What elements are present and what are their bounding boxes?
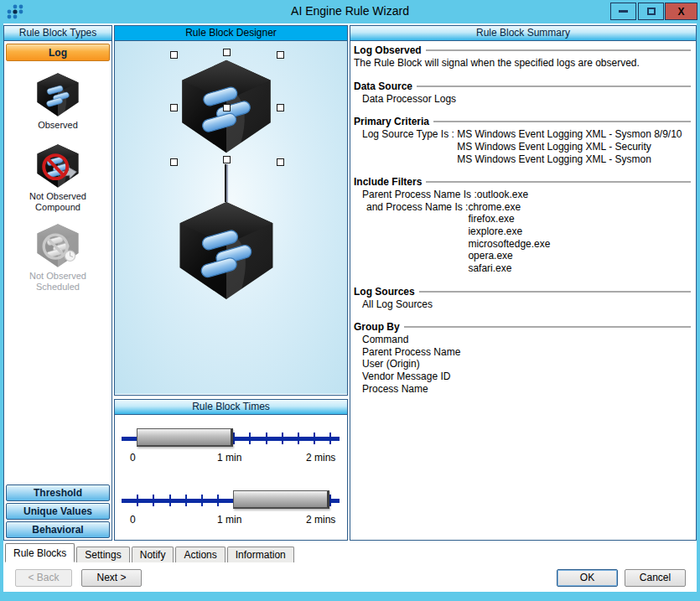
slider-axis-labels: 01 min2 mins [115, 452, 347, 464]
category-button-unique-values[interactable]: Unique Values [6, 503, 110, 520]
summary-section-body: Log Source Type Is : MS Windows Event Lo… [354, 128, 691, 165]
selection-handle[interactable] [223, 104, 231, 111]
criteria-value: MS Windows Event Logging XML - Sysmon [457, 153, 682, 166]
time-slider-1: 01 min2 mins [115, 423, 347, 470]
rule-block-times-header: Rule Block Times [115, 400, 347, 415]
slider-range-handle[interactable] [137, 428, 233, 447]
criteria-values: MS Windows Event Logging XML - Sysmon 8/… [457, 128, 682, 165]
slider-range-handle[interactable] [233, 490, 329, 509]
designer-canvas[interactable] [115, 41, 347, 394]
rule-block-designer-panel: Rule Block Designer [114, 25, 348, 396]
close-icon: X [677, 6, 684, 18]
slider-tick [185, 495, 187, 506]
section-divider [426, 181, 691, 184]
criteria-label: and Process Name Is : [366, 201, 468, 275]
rule-block-types-header: Rule Block Types [4, 26, 111, 41]
slider-label: 1 min [217, 452, 241, 464]
summary-line: Parent Process Name [362, 346, 691, 359]
summary-section-primary-criteria: Primary CriteriaLog Source Type Is : MS … [354, 116, 691, 165]
slider-tick [169, 495, 171, 506]
cube-logs-icon [30, 71, 86, 118]
tab-information[interactable]: Information [227, 547, 294, 562]
summary-line: Command [362, 334, 691, 346]
minimize-button[interactable] [610, 3, 636, 20]
selection-handle[interactable] [170, 51, 178, 59]
next-button[interactable]: Next > [81, 569, 142, 587]
slider-label: 0 [130, 514, 136, 526]
summary-line: Vendor Message ID [362, 370, 691, 383]
slider-tick [137, 495, 138, 506]
criteria-value: MS Windows Event Logging XML - Sysmon 8/… [457, 128, 682, 141]
summary-section-body: Data Processor Logs [354, 93, 691, 106]
tab-rule-blocks[interactable]: Rule Blocks [5, 543, 75, 562]
type-observed-item[interactable]: Observed [4, 71, 111, 131]
summary-section-body: CommandParent Process NameUser (Origin)V… [354, 334, 691, 395]
slider-tick [233, 433, 235, 444]
slider-label: 2 mins [306, 452, 335, 464]
selection-handle[interactable] [277, 104, 284, 111]
slider-label: 0 [130, 452, 136, 464]
log-category-button[interactable]: Log [6, 44, 110, 61]
rule-block-types-panel: Rule Block Types Log Observed Not Observ… [3, 25, 112, 541]
tab-notify[interactable]: Notify [132, 547, 174, 562]
summary-section-body: The Rule Block will signal when the spec… [354, 57, 691, 70]
category-button-behavioral[interactable]: Behavioral [6, 521, 110, 538]
criteria-row: and Process Name Is :chrome.exefirefox.e… [362, 201, 691, 275]
summary-section-title: Log Observed [354, 44, 422, 56]
summary-line: Process Name [362, 383, 691, 396]
category-buttons: ThresholdUnique ValuesBehavioral [6, 483, 110, 538]
type-not-observed-compound-item[interactable]: Not ObservedCompound [4, 142, 111, 213]
summary-section-title: Log Sources [354, 286, 415, 298]
criteria-values: chrome.exefirefox.exeiexplore.exemicroso… [468, 201, 550, 275]
time-slider-2: 01 min2 mins [115, 485, 347, 532]
tab-actions[interactable]: Actions [175, 547, 225, 562]
summary-section-group-by: Group ByCommandParent Process NameUser (… [354, 321, 691, 395]
cube-clock-icon [30, 222, 86, 269]
criteria-row: Log Source Type Is : MS Windows Event Lo… [362, 128, 691, 165]
tab-settings[interactable]: Settings [76, 547, 129, 562]
criteria-values: outlook.exe [477, 189, 528, 201]
section-divider [433, 121, 691, 123]
rule-block-summary-header: Rule Block Summary [350, 26, 696, 41]
selection-handle[interactable] [170, 104, 178, 111]
summary-body: Log ObservedThe Rule Block will signal w… [350, 41, 696, 395]
slider-tick [314, 433, 315, 444]
type-not-observed-compound-label: Not ObservedCompound [4, 191, 111, 213]
slider-tick [217, 495, 219, 506]
times-body: 01 min2 mins01 min2 mins [115, 415, 347, 540]
slider-tick [282, 433, 283, 444]
section-divider [404, 326, 691, 329]
criteria-row: Parent Process Name Is :outlook.exe [362, 189, 691, 201]
summary-line: All Log Sources [362, 298, 691, 311]
minimize-icon [619, 10, 628, 13]
type-observed-label: Observed [4, 120, 111, 131]
selection-handle[interactable] [223, 49, 231, 56]
category-button-threshold[interactable]: Threshold [6, 484, 110, 501]
selection-handle[interactable] [277, 158, 284, 166]
section-divider [417, 85, 691, 88]
criteria-value: opera.exe [468, 250, 550, 262]
summary-line: The Rule Block will signal when the spec… [354, 57, 691, 70]
summary-section-log-observed: Log ObservedThe Rule Block will signal w… [354, 44, 691, 70]
criteria-value: outlook.exe [477, 189, 528, 201]
rule-block-2-cube[interactable] [174, 196, 279, 305]
slider-tick [298, 433, 299, 444]
close-button[interactable]: X [665, 3, 697, 20]
maximize-icon [647, 8, 656, 15]
cancel-button[interactable]: Cancel [625, 569, 686, 587]
window-title: AI Engine Rule Wizard [0, 4, 700, 18]
back-button[interactable]: < Back [15, 569, 72, 587]
summary-section-log-sources: Log SourcesAll Log Sources [354, 286, 691, 311]
summary-section-data-source: Data SourceData Processor Logs [354, 80, 691, 106]
cube-prohibited-icon [30, 142, 86, 189]
selection-handle[interactable] [170, 158, 178, 166]
slider-axis-labels: 01 min2 mins [115, 514, 347, 526]
ok-button[interactable]: OK [557, 569, 618, 587]
slider-tick [329, 433, 331, 444]
selection-handle[interactable] [223, 156, 231, 163]
selection-handle[interactable] [277, 51, 284, 59]
rule-block-summary-panel: Rule Block Summary Log ObservedThe Rule … [350, 25, 697, 541]
type-not-observed-scheduled-label: Not ObservedScheduled [4, 271, 111, 293]
summary-line: User (Origin) [362, 358, 691, 370]
maximize-button[interactable] [638, 3, 664, 20]
